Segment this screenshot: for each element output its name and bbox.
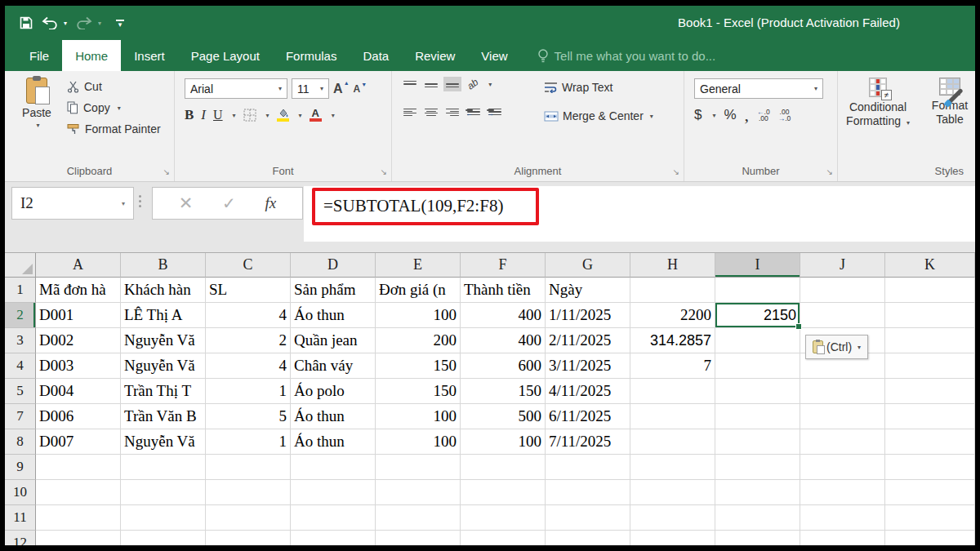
tab-data[interactable]: Data [350,40,402,71]
cell-G5[interactable]: 4/11/2025 [546,379,630,404]
cell-H5[interactable] [630,379,715,404]
cell-D8[interactable]: Áo thun [291,429,376,455]
orientation-dropdown-icon[interactable]: ▾ [488,81,492,88]
cell-J5[interactable] [800,379,885,404]
cell-F7[interactable]: 500 [461,404,546,429]
cell-A1[interactable]: Mã đơn hà [36,278,121,303]
align-left-button[interactable] [403,107,416,117]
paste-options-button[interactable]: (Ctrl) ▾ [805,335,868,359]
formula-bar-splitter[interactable] [139,195,141,207]
row-header-12[interactable]: 12 [5,531,36,545]
cell-J12[interactable] [800,531,885,545]
column-header-I[interactable]: I [715,253,800,278]
column-header-E[interactable]: E [376,253,461,278]
number-format-select[interactable]: General▾ [694,78,823,99]
decrease-decimal-button[interactable]: .00 →.0 [778,109,791,122]
cell-F10[interactable] [461,480,546,505]
cell-I4[interactable] [715,353,800,379]
cell-J11[interactable] [800,505,885,531]
cell-E4[interactable]: 150 [376,353,461,379]
row-header-2[interactable]: 2 [5,303,36,328]
column-header-H[interactable]: H [630,253,715,278]
cut-button[interactable]: Cut [67,79,161,94]
tab-review[interactable]: Review [402,40,468,71]
row-header-5[interactable]: 5 [5,379,36,404]
increase-indent-button[interactable]: → [488,107,501,117]
cell-G10[interactable] [546,480,630,505]
cell-F5[interactable]: 150 [461,379,546,404]
row-header-11[interactable]: 11 [5,505,36,531]
top-align-button[interactable] [403,79,416,89]
column-header-A[interactable]: A [36,253,121,278]
cell-E2[interactable]: 100 [376,303,461,328]
redo-dropdown-icon[interactable]: ▾ [98,20,101,27]
column-header-J[interactable]: J [800,253,885,278]
increase-font-icon[interactable]: A▲ [333,82,343,96]
undo-icon[interactable] [41,16,59,29]
middle-align-button[interactable] [425,79,438,89]
merge-center-dropdown-icon[interactable]: ▾ [650,113,653,120]
cell-D4[interactable]: Chân váy [291,353,376,379]
cell-G1[interactable]: Ngày [546,278,630,303]
copy-dropdown-icon[interactable]: ▾ [118,104,121,112]
enter-icon[interactable]: ✓ [222,193,236,213]
cell-C4[interactable]: 4 [206,353,291,379]
cell-G12[interactable] [546,531,630,545]
cell-K11[interactable] [885,505,975,531]
underline-button[interactable]: U [213,108,223,122]
cell-C12[interactable] [206,531,291,545]
column-header-G[interactable]: G [546,253,630,278]
currency-button[interactable]: $ [694,107,702,123]
cell-A11[interactable] [36,505,121,531]
cell-A8[interactable]: D007 [36,429,121,455]
paste-button[interactable]: Paste ▾ [13,78,60,129]
cell-K3[interactable] [885,328,975,353]
format-as-table-button[interactable]: FormatTable [915,78,980,127]
tab-page-layout[interactable]: Page Layout [178,40,273,71]
cell-H12[interactable] [630,531,715,545]
name-box[interactable]: I2 ▾ [11,187,134,220]
cell-G8[interactable]: 7/11/2025 [546,429,630,455]
cell-D2[interactable]: Áo thun [291,303,376,328]
cell-C11[interactable] [206,505,291,531]
font-size-select[interactable]: 11▾ [292,78,329,99]
cancel-icon[interactable]: ✕ [179,193,194,213]
cell-F2[interactable]: 400 [461,303,546,328]
row-header-1[interactable]: 1 [5,278,36,303]
cell-K4[interactable] [885,353,975,379]
cell-I12[interactable] [715,531,800,545]
cell-D10[interactable] [291,480,376,505]
row-header-10[interactable]: 10 [5,480,36,505]
alignment-dialog-launcher-icon[interactable]: ↘ [673,167,679,176]
bold-button[interactable]: B [185,107,194,123]
cell-A4[interactable]: D003 [36,353,121,379]
row-header-4[interactable]: 4 [5,353,36,379]
row-header-8[interactable]: 8 [5,429,36,455]
cell-K9[interactable] [885,455,975,480]
formula-input[interactable]: =SUBTOTAL(109,F2:F8) [304,186,975,242]
save-icon[interactable] [20,16,33,29]
cell-J8[interactable] [800,429,885,455]
cell-A10[interactable] [36,480,121,505]
underline-dropdown-icon[interactable]: ▾ [233,112,236,119]
borders-icon[interactable] [243,109,256,122]
tab-home[interactable]: Home [62,40,121,71]
cell-D5[interactable]: Áo polo [291,379,376,404]
undo-dropdown-icon[interactable]: ▾ [64,20,67,27]
cell-E7[interactable]: 100 [376,404,461,429]
cell-B10[interactable] [121,480,206,505]
cell-I5[interactable] [715,379,800,404]
row-header-9[interactable]: 9 [5,455,36,480]
format-painter-button[interactable]: Format Painter [67,122,161,136]
increase-decimal-button[interactable]: ←.0 .00 [757,109,770,122]
cell-K12[interactable] [885,531,975,545]
cell-F4[interactable]: 600 [461,353,546,379]
number-dialog-launcher-icon[interactable]: ↘ [826,167,833,176]
cell-C8[interactable]: 1 [206,429,291,455]
cell-I10[interactable] [715,480,800,505]
cell-J2[interactable] [800,303,885,328]
font-color-dropdown-icon[interactable]: ▾ [332,112,335,119]
align-right-button[interactable] [446,107,459,117]
cell-B4[interactable]: Nguyễn Vă [121,353,206,379]
cell-B3[interactable]: Nguyễn Vă [121,328,206,353]
